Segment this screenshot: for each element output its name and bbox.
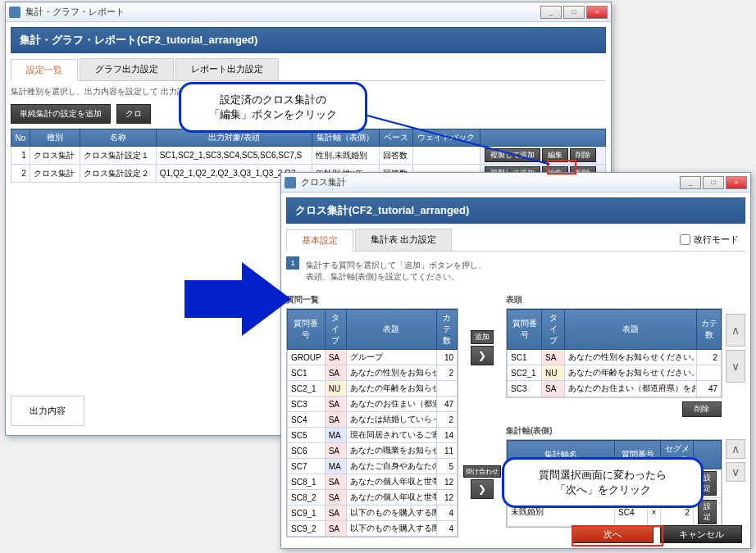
tab-output-settings[interactable]: 集計表 出力設定 — [355, 229, 452, 251]
linewise-mode-label: 改行モード — [694, 233, 739, 246]
list-item[interactable]: SC4SAあなたは結婚していらっしゃいますか。2 — [508, 397, 722, 399]
edit-button[interactable]: 編集 — [542, 148, 568, 162]
next-button[interactable]: 次へ — [572, 525, 654, 543]
title-text: クロス集計 — [301, 176, 346, 188]
list-item[interactable]: SC8_2SAあなたの個人年収と世帯年収をお知ら12 — [288, 490, 458, 505]
tab-basic-settings[interactable]: 基本設定 — [286, 229, 353, 252]
linewise-mode-checkbox[interactable] — [680, 234, 690, 245]
big-arrow-icon — [184, 262, 291, 336]
footer-bar: 次へ キャンセル — [572, 525, 742, 543]
maximize-button[interactable]: □ — [563, 6, 585, 19]
list-item[interactable]: SC5MA現在同居されているご家族の方をお教14 — [288, 428, 458, 443]
list-item[interactable]: SC2_1NUあなたの年齢をお知らせください。／現 — [288, 381, 458, 397]
callout-line2: 「編集」ボタンをクリック — [196, 107, 350, 122]
titlebar-cross: クロス集計 _ □ × — [281, 173, 750, 193]
axis-set-button[interactable]: 設定 — [698, 500, 717, 524]
callout-line1: 質問選択画面に変わったら — [519, 468, 686, 483]
callout-next: 質問選択画面に変わったら 「次へ」をクリック — [502, 457, 704, 508]
pair-label: 掛け合わせ — [463, 465, 501, 478]
list-item[interactable]: SC8_1SAあなたの個人年収と世帯年収をお知ら12 — [288, 474, 458, 490]
del-button[interactable]: 削除 — [570, 148, 596, 162]
tabs-cross: 基本設定 集計表 出力設定 改行モード — [286, 229, 745, 252]
app-icon — [285, 177, 296, 188]
list-item[interactable]: SC6SAあなたの職業をお知らせください。11 — [288, 443, 458, 459]
minimize-button[interactable]: _ — [680, 176, 701, 189]
col-title: 表題 — [346, 310, 436, 350]
callout-edit: 設定済のクロス集計の 「編集」ボタンをクリック — [179, 82, 367, 133]
col-kind: 種別 — [30, 129, 80, 147]
pair-button[interactable]: ❯ — [471, 479, 494, 499]
col-actions — [480, 129, 605, 147]
step-description: 集計する質問を選択して「追加」ボタンを押し、 表頭、集計軸(表側)を設定してくだ… — [306, 260, 486, 283]
callout-line2: 「次へ」をクリック — [519, 483, 686, 497]
list-item[interactable]: GROUPSAグループ10 — [288, 350, 458, 365]
head-scroll-down[interactable]: ∨ — [726, 350, 745, 383]
callout-line1: 設定済のクロス集計の — [196, 93, 350, 107]
cancel-button[interactable]: キャンセル — [660, 525, 742, 543]
question-list-title: 質問一覧 — [286, 294, 458, 306]
list-item[interactable]: SC1SAあなたの性別をお知らせください。2 — [508, 350, 722, 365]
head-table: 質問番号 タイプ 表題 カテ数 SC1SAあなたの性別をお知らせください。2SC… — [507, 309, 722, 398]
col-qno: 質問番号 — [508, 310, 542, 350]
col-qno: 質問番号 — [288, 310, 326, 350]
add-cross-agg-button[interactable]: クロ — [116, 104, 151, 124]
col-type: タイプ — [542, 310, 565, 350]
add-simple-agg-button[interactable]: 単純集計の設定を追加 — [11, 104, 111, 124]
app-icon — [9, 7, 20, 18]
col-name: 名称 — [80, 129, 157, 147]
list-item[interactable]: SC3SAあなたのお住まい（都道府県）をお知らせく47 — [508, 381, 722, 397]
title-text: 集計・グラフ・レポート — [25, 6, 125, 18]
head-title: 表頭 — [506, 294, 722, 306]
tab-settings-list[interactable]: 設定一覧 — [11, 59, 78, 81]
list-item[interactable]: SC3SAあなたのお住まい（都道府県）をお知47 — [288, 397, 458, 412]
header-bar: クロス集計(CF2_tutorial_arranged) — [286, 197, 745, 224]
axis-scroll-down[interactable]: ∨ — [726, 462, 745, 482]
add-button[interactable]: ❯ — [471, 346, 494, 365]
col-title: 表題 — [565, 310, 697, 350]
col-type: タイプ — [325, 310, 346, 350]
svg-marker-0 — [184, 262, 291, 336]
tab-graph-output[interactable]: グラフ出力設定 — [80, 58, 174, 80]
list-item[interactable]: SC9_3SA以下のものを購入する際、あなたご自身4 — [288, 537, 458, 538]
list-item[interactable]: SC1SAあなたの性別をお知らせください。2 — [288, 365, 458, 381]
minimize-button[interactable]: _ — [540, 6, 562, 19]
list-item[interactable]: SC4SAあなたは結婚していらっしゃいますか。2 — [288, 412, 458, 428]
axis-title: 集計軸(表側) — [506, 425, 745, 437]
head-delete-button[interactable]: 削除 — [682, 401, 722, 417]
output-panel-label: 出力内容 — [11, 396, 84, 426]
col-cat: カテ数 — [436, 310, 457, 350]
tab-report-output[interactable]: レポート出力設定 — [175, 58, 279, 80]
header-bar: 集計・グラフ・レポート(CF2_tutorial_arranged) — [11, 27, 606, 53]
list-item[interactable]: SC9_2SA以下のものを購入する際、あなたご自身4 — [288, 521, 458, 537]
col-base: ベース — [380, 129, 413, 147]
close-button[interactable]: × — [726, 176, 747, 189]
question-table: 質問番号 タイプ 表題 カテ数 GROUPSAグループ10SC1SAあなたの性別… — [287, 309, 458, 537]
col-cat: カテ数 — [697, 310, 722, 350]
close-button[interactable]: × — [586, 6, 608, 19]
add-label: 追加 — [471, 330, 494, 344]
titlebar-report: 集計・グラフ・レポート _ □ × — [6, 2, 611, 22]
axis-scroll-up[interactable]: ∧ — [726, 439, 745, 459]
list-item[interactable]: SC2_1NUあなたの年齢をお知らせください。／現 — [508, 365, 722, 381]
list-item[interactable]: SC9_1SA以下のものを購入する際、あなたご自身4 — [288, 505, 458, 521]
maximize-button[interactable]: □ — [703, 176, 724, 189]
list-item[interactable]: SC7MAあなたご自身やあなたのご家族に、次の5 — [288, 459, 458, 474]
tabs-report: 設定一覧 グラフ出力設定 レポート出力設定 — [11, 58, 606, 81]
head-scroll-up[interactable]: ∧ — [726, 314, 745, 347]
col-no: No — [11, 129, 30, 147]
